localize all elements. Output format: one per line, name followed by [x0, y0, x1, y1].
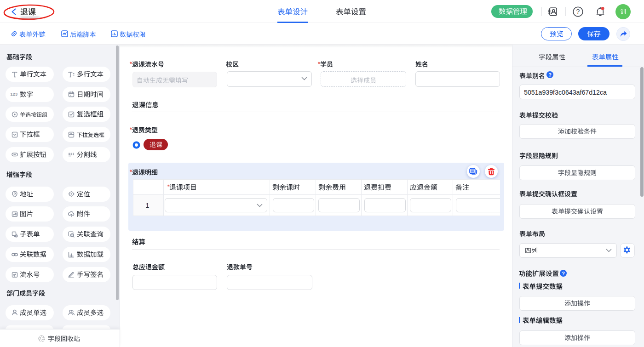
svg-text:?: ?	[576, 8, 580, 15]
svg-text:?: ?	[562, 270, 565, 276]
svg-text:?: ?	[548, 72, 552, 78]
